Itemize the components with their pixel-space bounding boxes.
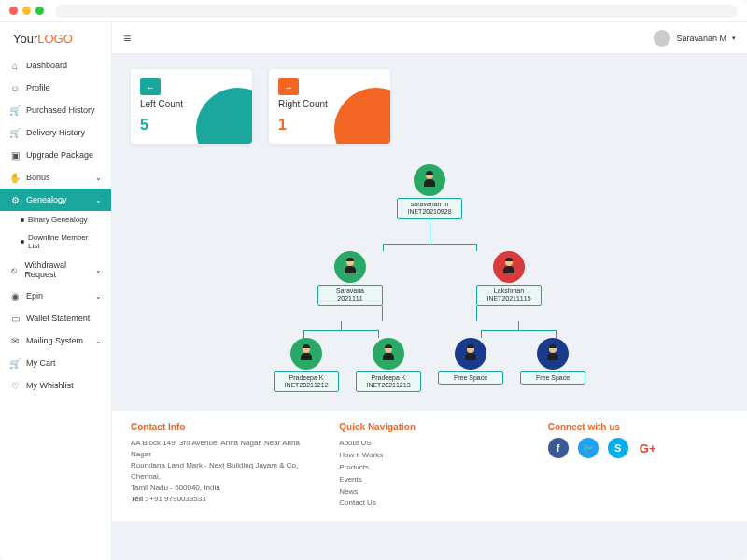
hamburger-icon[interactable]: ≡ (123, 31, 131, 46)
connect-title: Connect with us (548, 422, 728, 432)
sidebar-icon: ▣ (9, 149, 21, 161)
sidebar-icon: ▭ (9, 313, 21, 324)
sidebar-icon: ⌂ (9, 60, 21, 71)
person-icon (455, 338, 486, 370)
sidebar-item-my-cart[interactable]: 🛒My Cart (0, 352, 111, 374)
user-name: Saravanan M (676, 34, 726, 43)
skype-icon[interactable]: S (608, 438, 628, 458)
quicknav-title: Quick Navigation (339, 422, 519, 432)
sidebar-item-mailing-system[interactable]: ✉Mailing System⌄ (0, 329, 111, 352)
twitter-icon[interactable]: 🐦 (578, 438, 599, 458)
window-titlebar (0, 0, 747, 22)
person-icon (493, 251, 525, 283)
sidebar-icon: ♡ (9, 380, 21, 391)
sidebar-icon: ◉ (9, 290, 21, 301)
chevron-down-icon: ▾ (732, 35, 736, 42)
sidebar-item-bonus[interactable]: ✋Bonus⌄ (0, 166, 111, 189)
footer: Contact Info AA Block 149, 3rd Avenue, A… (112, 411, 747, 521)
sidebar-item-upgrade-package[interactable]: ▣Upgrade Package (0, 144, 111, 166)
sidebar-item-epin[interactable]: ◉Epin⌄ (0, 285, 111, 307)
tree-node[interactable]: Pradeepa KINET20211212 (274, 338, 339, 393)
logo: YourLOGO (0, 22, 111, 54)
footer-link-how-it-works[interactable]: How it Works (339, 450, 519, 462)
topbar: ≡ Saravanan M ▾ (112, 22, 747, 54)
tree-node[interactable]: Saravana2021111 (317, 251, 383, 306)
sidebar-icon: ☺ (9, 82, 21, 93)
right-count-card: → Right Count 1 (269, 69, 390, 144)
chevron-down-icon: ⌄ (95, 266, 102, 274)
chevron-down-icon: ⌄ (95, 292, 102, 301)
sidebar-item-my-whishlist[interactable]: ♡My Whishlist (0, 374, 111, 397)
window-minimize-icon[interactable] (22, 7, 31, 15)
sidebar-subitem-binary-genealogy[interactable]: Binary Genealogy (0, 211, 111, 229)
avatar (654, 30, 670, 47)
genealogy-tree: saravanan mINET20210928Saravana2021111La… (112, 155, 747, 411)
tree-node[interactable]: Pradeepa KINET20211213 (356, 338, 421, 393)
window-close-icon[interactable] (9, 7, 18, 15)
footer-link-events[interactable]: Events (339, 474, 519, 486)
window-maximize-icon[interactable] (35, 7, 44, 15)
sidebar-item-dashboard[interactable]: ⌂Dashboard (0, 54, 111, 77)
tree-node[interactable]: saravanan mINET20210928 (397, 164, 462, 219)
sidebar-icon: 🛒 (9, 127, 21, 138)
person-icon (373, 338, 404, 370)
tree-node[interactable]: LakshmanINET20211115 (476, 251, 542, 306)
sidebar-icon: ✋ (9, 172, 21, 183)
sidebar-item-genealogy[interactable]: ⚙Genealogy⌄ (0, 189, 111, 211)
sidebar-icon: 🛒 (9, 357, 21, 369)
arrow-right-icon: → (278, 78, 299, 95)
sidebar-icon: 🛒 (9, 105, 21, 116)
sidebar-subitem-downline-member-list[interactable]: Downline Member List (0, 229, 111, 255)
person-icon (414, 164, 445, 196)
sidebar-icon: ⎋ (9, 264, 19, 275)
person-icon (537, 338, 569, 370)
user-menu[interactable]: Saravanan M ▾ (654, 30, 736, 47)
sidebar: YourLOGO ⌂Dashboard☺Profile🛒Purchased Hi… (0, 22, 112, 560)
sidebar-item-withdrawal-request[interactable]: ⎋Withdrawal Request⌄ (0, 255, 111, 285)
facebook-icon[interactable]: f (548, 438, 569, 458)
google-plus-icon[interactable]: G+ (638, 438, 658, 458)
chevron-down-icon: ⌄ (95, 337, 102, 345)
person-icon (334, 251, 366, 283)
person-icon (290, 338, 322, 370)
sidebar-item-profile[interactable]: ☺Profile (0, 77, 111, 99)
sidebar-item-delivery-history[interactable]: 🛒Delivery History (0, 121, 111, 144)
footer-link-about-us[interactable]: About US (339, 438, 519, 450)
arrow-left-icon: ← (140, 78, 161, 95)
sidebar-item-purchased-history[interactable]: 🛒Purchased History (0, 99, 111, 121)
tree-node[interactable]: Free Space (438, 338, 503, 393)
footer-link-news[interactable]: News (339, 486, 519, 498)
chevron-down-icon: ⌄ (95, 174, 102, 182)
sidebar-item-wallet-statement[interactable]: ▭Wallet Statement (0, 307, 111, 329)
contact-title: Contact Info (131, 422, 311, 432)
footer-link-contact-us[interactable]: Contact Us (339, 497, 519, 510)
sidebar-icon: ✉ (9, 335, 21, 346)
left-count-card: ← Left Count 5 (131, 69, 252, 144)
sidebar-icon: ⚙ (9, 194, 21, 205)
tree-node[interactable]: Free Space (520, 338, 585, 393)
footer-link-products[interactable]: Products (339, 462, 519, 474)
chevron-down-icon: ⌄ (95, 196, 102, 204)
url-bar[interactable] (55, 5, 738, 18)
